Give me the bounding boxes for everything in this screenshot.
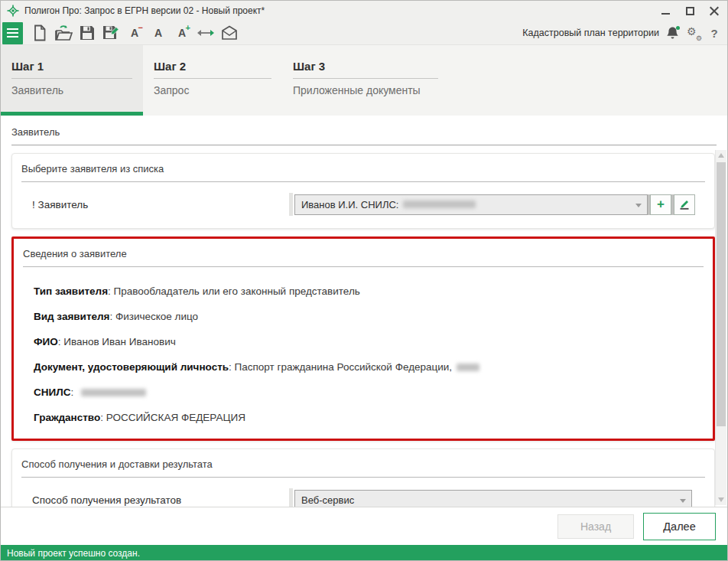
applicant-picker-title: Выберите заявителя из списка [12, 154, 714, 174]
delivery-field-label: Способ получения результатов [32, 494, 289, 506]
send-mail-button[interactable] [220, 24, 239, 42]
applicant-field-label: ! Заявитель [32, 199, 289, 210]
gear-small-icon: ⚙ [696, 34, 702, 42]
tab-step1-applicant[interactable]: Шаг 1 Заявитель [1, 45, 143, 116]
font-increase-icon: A [178, 28, 186, 38]
maximize-button[interactable] [681, 3, 698, 18]
open-folder-icon [54, 24, 73, 41]
back-button[interactable]: Назад [557, 514, 634, 539]
status-message: Новый проект успешно создан. [7, 548, 140, 559]
transfer-arrows-icon [197, 27, 215, 39]
redacted-value [457, 364, 479, 371]
form-content: Заявитель Выберите заявителя из списка !… [1, 116, 727, 507]
detail-label: ФИО [34, 336, 58, 347]
page-title: Заявитель [11, 126, 717, 138]
step2-subtitle: Запрос [154, 84, 271, 96]
title-bar: Полигон Про: Запрос в ЕГРН версии 02 - Н… [1, 1, 727, 21]
tab-step3-documents[interactable]: Шаг 3 Приложенные документы [282, 45, 449, 116]
wizard-footer: Назад Далее [1, 507, 727, 545]
save-as-button[interactable] [102, 24, 120, 42]
applicant-picker-card: Выберите заявителя из списка ! Заявитель… [11, 153, 715, 229]
detail-label: СНИЛС [34, 387, 70, 398]
minimize-icon [661, 13, 670, 15]
font-decrease-button[interactable]: A − [125, 24, 144, 42]
new-project-button[interactable] [31, 24, 49, 42]
applicant-details-rows: Тип заявителя: Правообладатель или его з… [14, 267, 713, 439]
settings-button[interactable]: ⚙ ⚙ [687, 26, 702, 40]
redacted-value [81, 389, 146, 396]
applicant-details-title: Сведения о заявителе [14, 239, 713, 259]
add-applicant-button[interactable]: + [650, 194, 671, 215]
edit-applicant-button[interactable] [674, 194, 695, 215]
scroll-up-icon[interactable] [718, 153, 724, 158]
detail-row: Тип заявителя: Правообладатель или его з… [34, 285, 704, 297]
plus-sign-icon: + [186, 24, 190, 32]
save-edit-icon [102, 25, 119, 41]
close-icon [710, 6, 719, 15]
next-button[interactable]: Далее [643, 513, 716, 540]
scrollbar-thumb[interactable] [717, 162, 726, 426]
save-icon [80, 25, 95, 41]
minimize-button[interactable] [657, 3, 674, 18]
page-title-rule [11, 145, 717, 145]
chevron-down-icon [635, 204, 642, 207]
tab-step2-request[interactable]: Шаг 2 Запрос [143, 45, 282, 116]
detail-row: ФИО: Иванов Иван Иванович [34, 336, 704, 347]
main-toolbar: A − A A + [1, 21, 727, 45]
chevron-down-icon [680, 499, 686, 503]
font-decrease-icon: A [131, 28, 138, 38]
delivery-method-select[interactable]: Веб-сервис [294, 490, 692, 507]
window-title: Полигон Про: Запрос в ЕГРН версии 02 - Н… [24, 5, 265, 16]
context-mode-label: Кадастровый план территории [522, 28, 659, 38]
step2-title: Шаг 2 [154, 60, 271, 79]
minus-sign-icon: − [138, 24, 143, 32]
app-logo-icon [7, 5, 19, 17]
edit-pencil-icon [678, 198, 691, 210]
column-divider [289, 488, 293, 507]
applicant-select[interactable]: Иванов И.И. СНИЛС: [294, 194, 648, 215]
delivery-method-title: Способ получения и доставки результата [12, 449, 714, 470]
wizard-steps: Шаг 1 Заявитель Шаг 2 Запрос Шаг 3 Прило… [1, 45, 727, 116]
save-button[interactable] [78, 24, 96, 42]
notification-dot [676, 26, 680, 30]
delivery-method-card: Способ получения и доставки результата С… [11, 448, 715, 507]
open-project-button[interactable] [54, 24, 73, 42]
font-reset-button[interactable]: A [149, 24, 167, 42]
delivery-selected-value: Веб-сервис [301, 494, 354, 506]
applicant-selected-value: Иванов И.И. СНИЛС: [301, 199, 398, 210]
notifications-button[interactable] [666, 26, 680, 40]
help-button[interactable]: ? [709, 27, 720, 40]
detail-row: Вид заявителя: Физическое лицо [34, 311, 704, 322]
detail-label: Вид заявителя [34, 311, 109, 322]
exchange-button[interactable] [197, 24, 215, 42]
font-reset-icon: A [154, 28, 162, 38]
maximize-icon [686, 7, 694, 15]
step3-title: Шаг 3 [293, 60, 438, 79]
close-button[interactable] [706, 3, 723, 18]
detail-row: Документ, удостоверяющий личность: Паспо… [34, 361, 704, 373]
detail-row: Гражданство: РОССИЙСКАЯ ФЕДЕРАЦИЯ [34, 412, 704, 423]
plus-icon: + [657, 197, 665, 210]
vertical-scrollbar[interactable] [715, 150, 726, 505]
detail-label: Документ, удостоверяющий личность [34, 361, 229, 373]
new-file-icon [32, 24, 47, 41]
step1-subtitle: Заявитель [11, 84, 132, 96]
detail-label: Гражданство [34, 412, 100, 423]
step1-title: Шаг 1 [11, 60, 132, 79]
status-bar: Новый проект успешно создан. [1, 545, 727, 561]
gear-icon: ⚙ [687, 25, 697, 38]
detail-label: Тип заявителя [34, 285, 108, 297]
font-increase-button[interactable]: A + [173, 24, 191, 42]
column-divider [289, 193, 293, 216]
step3-subtitle: Приложенные документы [293, 84, 438, 96]
scroll-down-icon[interactable] [718, 497, 724, 502]
main-menu-button[interactable] [2, 22, 23, 44]
envelope-icon [221, 25, 238, 41]
redacted-snils-value [403, 201, 476, 208]
window-top-bar: Полигон Про: Запрос в ЕГРН версии 02 - Н… [1, 1, 727, 45]
detail-row: СНИЛС: [34, 387, 704, 398]
applicant-details-card: Сведения о заявителе Тип заявителя: Прав… [11, 236, 715, 441]
